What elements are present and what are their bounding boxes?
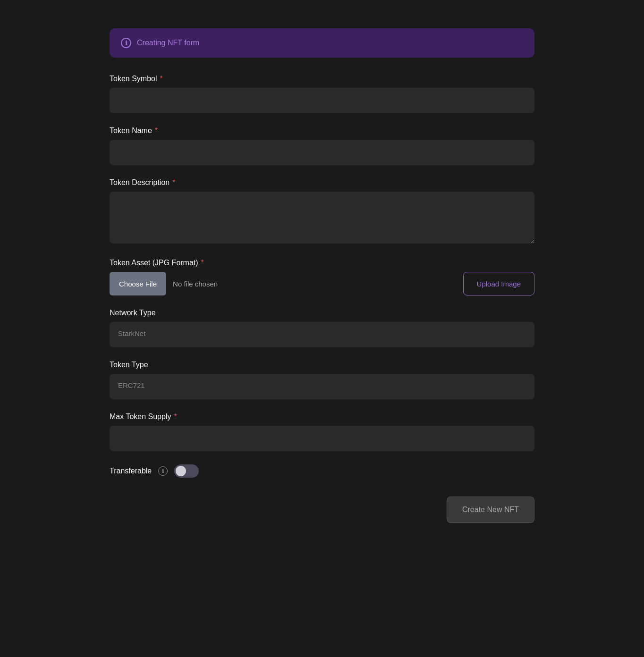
network-type-value: StarkNet (110, 322, 534, 347)
transferable-info-icon[interactable]: ℹ (158, 466, 168, 476)
choose-file-button[interactable]: Choose File (110, 272, 166, 295)
token-name-label: Token Name * (110, 126, 534, 135)
token-name-required: * (155, 126, 158, 135)
token-type-field: Token Type ERC721 (110, 361, 534, 399)
max-token-supply-input[interactable] (110, 426, 534, 451)
create-nft-button[interactable]: Create New NFT (447, 497, 534, 523)
file-upload-left: Choose File No file chosen (110, 272, 218, 295)
token-name-field: Token Name * (110, 126, 534, 165)
token-symbol-required: * (160, 75, 163, 83)
token-description-input[interactable] (110, 192, 534, 244)
max-token-supply-label: Max Token Supply * (110, 413, 534, 421)
transferable-row: Transferable ℹ (110, 464, 534, 478)
file-upload-row: Choose File No file chosen Upload Image (110, 272, 534, 295)
token-type-value: ERC721 (110, 374, 534, 399)
info-banner: ℹ Creating NFT form (110, 28, 534, 58)
token-type-label: Token Type (110, 361, 534, 369)
nft-form-container: ℹ Creating NFT form Token Symbol * Token… (110, 19, 534, 532)
token-symbol-label: Token Symbol * (110, 75, 534, 83)
token-description-field: Token Description * (110, 178, 534, 245)
transferable-toggle[interactable] (174, 464, 199, 478)
token-asset-label: Token Asset (JPG Format) * (110, 259, 534, 267)
token-asset-field: Token Asset (JPG Format) * Choose File N… (110, 259, 534, 295)
info-banner-text: Creating NFT form (137, 39, 199, 47)
token-asset-required: * (201, 259, 204, 267)
network-type-label: Network Type (110, 309, 534, 317)
max-token-supply-required: * (174, 413, 177, 421)
upload-image-button[interactable]: Upload Image (463, 272, 534, 295)
token-description-required: * (172, 178, 175, 187)
info-banner-icon: ℹ (121, 38, 131, 48)
submit-row: Create New NFT (110, 497, 534, 523)
token-description-label: Token Description * (110, 178, 534, 187)
token-name-input[interactable] (110, 140, 534, 165)
network-type-field: Network Type StarkNet (110, 309, 534, 347)
transferable-label: Transferable (110, 467, 152, 475)
no-file-text: No file chosen (173, 280, 218, 288)
max-token-supply-field: Max Token Supply * (110, 413, 534, 451)
token-symbol-input[interactable] (110, 88, 534, 113)
toggle-slider (174, 464, 199, 478)
token-symbol-field: Token Symbol * (110, 75, 534, 113)
